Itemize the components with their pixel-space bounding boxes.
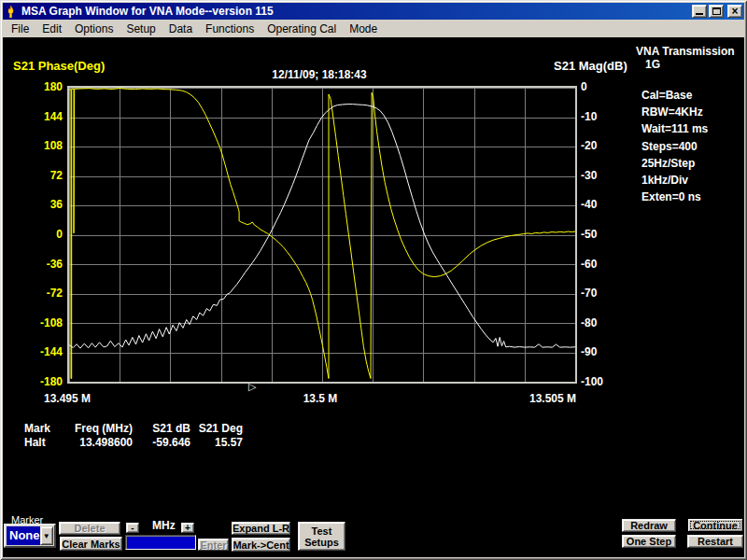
graph-plot-area	[67, 86, 577, 384]
phase-tick: 36	[3, 199, 63, 211]
readout-mark-value: Halt	[24, 436, 58, 449]
frequency-input[interactable]	[125, 535, 196, 550]
step-size-info: 25Hz/Step	[641, 155, 708, 172]
rbw-info: RBW=4KHz	[641, 104, 708, 120]
close-icon: ×	[731, 5, 738, 18]
app-window: MSA Graph Window for VNA Mode--version 1…	[0, 0, 747, 560]
mode-title: VNA Transmission	[636, 45, 735, 58]
readout-header-deg: S21 Deg	[190, 422, 243, 435]
marker-readout-table: Mark Freq (MHz) S21 dB S21 Deg Halt 13.4…	[24, 422, 243, 449]
menu-bar: File Edit Options Setup Data Functions O…	[3, 20, 744, 37]
chevron-down-icon: ▼	[43, 532, 50, 540]
readout-db-value: -59.646	[133, 436, 190, 449]
menu-options[interactable]: Options	[68, 21, 120, 37]
menu-setup[interactable]: Setup	[120, 21, 162, 37]
menu-data[interactable]: Data	[162, 21, 199, 37]
wait-info: Wait=111 ms	[641, 120, 708, 137]
freq-increment-button[interactable]: +	[181, 523, 194, 533]
x-label-center: 13.5 M	[303, 392, 338, 405]
div-info: 1kHz/Div	[641, 172, 708, 189]
mag-tick: -100	[581, 376, 622, 388]
close-button[interactable]: ×	[727, 5, 742, 18]
menu-edit[interactable]: Edit	[35, 21, 68, 37]
readout-header-mark: Mark	[24, 422, 58, 435]
mhz-label: MHz	[152, 519, 176, 532]
redraw-button[interactable]: Redraw	[622, 519, 676, 532]
band-label: 1G	[645, 58, 660, 71]
graph-canvas	[69, 88, 575, 382]
one-step-button[interactable]: One Step	[622, 535, 676, 548]
mag-tick: -70	[581, 287, 622, 300]
menu-functions[interactable]: Functions	[199, 21, 261, 37]
expand-lr-button[interactable]: Expand L-R	[232, 522, 290, 535]
mag-tick: -80	[581, 317, 622, 329]
graph-client-area: S21 Phase(Deg) 12/11/09; 18:18:43 S21 Ma…	[3, 37, 744, 557]
x-label-end: 13.505 M	[529, 392, 576, 405]
maximize-icon	[712, 7, 721, 15]
readout-deg-value: 15.57	[190, 436, 243, 449]
steps-info: Steps=400	[641, 138, 708, 155]
mag-tick: -20	[581, 140, 622, 152]
mag-tick: -50	[581, 229, 622, 241]
phase-axis-ticks: 180 144 108 72 36 0 -36 -72 -108 -144 -1…	[3, 81, 63, 388]
exten-info: Exten=0 ns	[641, 189, 708, 205]
phase-tick: 0	[3, 229, 63, 241]
mag-tick: -90	[581, 346, 622, 358]
minimize-button[interactable]	[692, 5, 707, 18]
clear-marks-button[interactable]: Clear Marks	[60, 537, 122, 551]
phase-tick: -144	[3, 346, 63, 358]
menu-mode[interactable]: Mode	[343, 21, 384, 37]
menu-file[interactable]: File	[5, 21, 35, 37]
mag-tick: -40	[581, 199, 622, 211]
mag-axis-ticks: 0 -10 -20 -30 -40 -50 -60 -70 -80 -90 -1…	[581, 81, 622, 388]
phase-axis-title: S21 Phase(Deg)	[13, 59, 105, 73]
phase-tick: -180	[3, 376, 63, 388]
phase-tick: -108	[3, 317, 63, 329]
marker-select-dropdown-button[interactable]: ▼	[40, 526, 54, 545]
test-setups-button[interactable]: Test Setups	[298, 522, 345, 551]
mark-to-center-button[interactable]: Mark->Cent	[232, 538, 290, 552]
phase-tick: -36	[3, 259, 63, 271]
readout-header-freq: Freq (MHz)	[58, 422, 133, 435]
titlebar: MSA Graph Window for VNA Mode--version 1…	[3, 3, 744, 20]
phase-tick: 180	[3, 81, 63, 93]
phase-tick: -72	[3, 287, 63, 300]
test-setups-line1: Test	[312, 525, 332, 537]
phase-tick: 72	[3, 170, 63, 182]
freq-decrement-button[interactable]: -	[126, 523, 139, 533]
continue-label: Continue	[693, 520, 738, 531]
maximize-button[interactable]	[709, 5, 724, 18]
datetime-annotation: 12/11/09; 18:18:43	[272, 68, 366, 81]
cal-info: Cal=Base	[641, 87, 708, 104]
mag-tick: -30	[581, 170, 622, 182]
restart-button[interactable]: Restart	[687, 535, 743, 548]
menu-operating-cal[interactable]: Operating Cal	[261, 21, 343, 37]
mag-tick: 0	[581, 81, 622, 93]
readout-freq-value: 13.498600	[58, 436, 133, 449]
delete-marker-button[interactable]: Delete	[59, 522, 120, 535]
x-label-start: 13.495 M	[44, 392, 91, 405]
test-setups-line2: Setups	[304, 537, 339, 548]
marker-select[interactable]: None ▼	[4, 524, 56, 548]
app-icon	[5, 6, 17, 18]
window-title: MSA Graph Window for VNA Mode--version 1…	[20, 5, 689, 18]
enter-button[interactable]: Enter	[198, 539, 229, 551]
marker-pointer-icon: ▷	[248, 382, 256, 392]
phase-tick: 144	[3, 111, 63, 123]
mag-tick: -10	[581, 111, 622, 123]
mag-tick: -60	[581, 259, 622, 271]
marker-select-value: None	[7, 526, 40, 545]
continue-button[interactable]: Continue	[687, 518, 743, 532]
phase-tick: 108	[3, 140, 63, 152]
mag-axis-title: S21 Mag(dB)	[554, 59, 627, 73]
minimize-icon	[696, 13, 703, 15]
readout-header-db: S21 dB	[133, 422, 190, 435]
sweep-info-panel: Cal=Base RBW=4KHz Wait=111 ms Steps=400 …	[641, 87, 708, 205]
